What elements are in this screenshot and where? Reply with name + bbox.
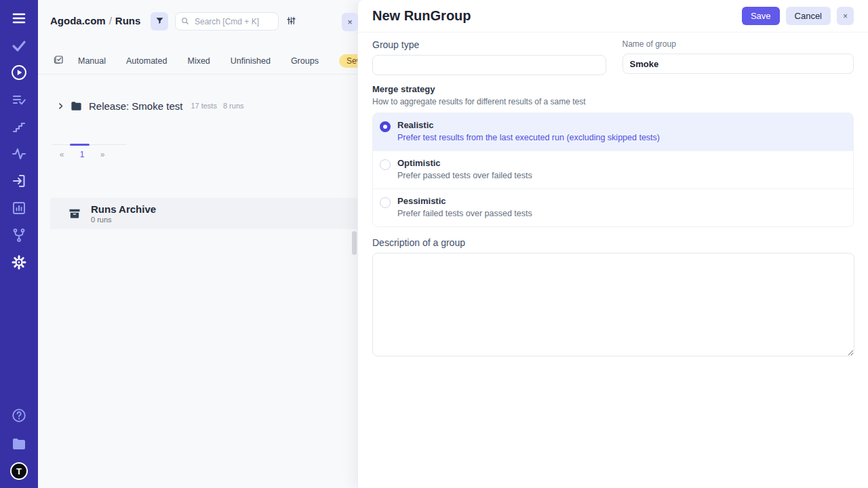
option-label: Pessimistic — [397, 196, 532, 206]
sidebar-item-test-plans[interactable] — [9, 91, 28, 108]
select-runs-button[interactable] — [53, 54, 64, 68]
option-label: Optimistic — [397, 158, 532, 168]
breadcrumb-project[interactable]: Agoda.com — [50, 15, 106, 26]
gear-icon — [11, 254, 27, 270]
pagination-prev-button[interactable]: « — [52, 150, 72, 159]
pagination-track — [52, 144, 126, 146]
sidebar-item-projects[interactable] — [9, 435, 28, 453]
option-description: Prefer passed tests over failed tests — [397, 171, 532, 180]
sidebar-item-help[interactable] — [9, 407, 28, 424]
option-description: Prefer test results from the last execut… — [397, 133, 660, 142]
group-type-input[interactable] — [372, 55, 606, 75]
filter-button[interactable] — [151, 12, 168, 30]
run-group-row[interactable]: Release: Smoke test 17 tests 8 runs — [38, 96, 357, 115]
folder-icon — [70, 100, 83, 113]
panel-close-button[interactable]: × — [342, 13, 358, 31]
search-input[interactable] — [175, 12, 279, 30]
run-group-name: Release: Smoke test — [89, 100, 182, 112]
pagination-active-indicator — [70, 144, 90, 146]
tab-manual[interactable]: Manual — [78, 56, 106, 66]
group-type-label: Group type — [372, 39, 606, 50]
radio-pessimistic[interactable] — [380, 197, 391, 208]
merge-option-pessimistic[interactable]: Pessimistic Prefer failed tests over pas… — [373, 188, 853, 226]
tab-unfinished[interactable]: Unfinished — [231, 56, 271, 66]
sidebar-item-import[interactable] — [9, 172, 28, 190]
folder-icon — [11, 436, 27, 452]
breadcrumb-separator: / — [106, 15, 115, 26]
severity-badge[interactable]: Severity — [339, 54, 357, 68]
sidebar-item-analytics[interactable] — [9, 199, 28, 217]
activity-icon — [11, 146, 27, 162]
stairs-icon — [11, 119, 27, 135]
breadcrumb-section[interactable]: Runs — [115, 15, 141, 26]
archive-count: 0 runs — [91, 216, 156, 224]
sidebar-item-runs[interactable] — [9, 64, 28, 81]
merge-strategy-label: Merge strategy — [372, 84, 854, 94]
pagination-page-1[interactable]: 1 — [72, 150, 92, 159]
sidebar-item-branches[interactable] — [9, 226, 28, 244]
tab-groups[interactable]: Groups — [291, 56, 319, 66]
new-rungroup-drawer: New RunGroup Save Cancel × Group type Na… — [357, 0, 868, 488]
import-icon — [11, 173, 27, 189]
name-of-group-label: Name of group — [623, 39, 854, 49]
cancel-button[interactable]: Cancel — [786, 7, 831, 25]
merge-option-realistic[interactable]: Realistic Prefer test results from the l… — [373, 113, 853, 150]
chevron-right-icon[interactable] — [57, 102, 64, 110]
option-description: Prefer failed tests over passed tests — [397, 209, 532, 218]
funnel-icon — [155, 16, 165, 28]
radio-optimistic[interactable] — [380, 159, 391, 170]
name-of-group-input[interactable] — [623, 54, 854, 74]
merge-strategy-hint: How to aggregate results for different r… — [372, 97, 854, 106]
drawer-body: Group type Name of group Merge strategy … — [358, 33, 868, 359]
search-box — [175, 12, 279, 30]
runs-panel-header: Agoda.com/Runs × — [38, 0, 357, 42]
breadcrumb: Agoda.com/Runs — [50, 15, 140, 26]
option-label: Realistic — [397, 120, 660, 130]
menu-icon — [11, 10, 27, 26]
tab-automated[interactable]: Automated — [126, 56, 167, 66]
tests-count: 17 tests — [191, 102, 217, 110]
archive-title: Runs Archive — [91, 203, 156, 215]
merge-option-optimistic[interactable]: Optimistic Prefer passed tests over fail… — [373, 150, 853, 188]
runs-archive-row[interactable]: Runs Archive 0 runs — [50, 198, 357, 229]
description-textarea[interactable] — [372, 253, 854, 357]
sidebar-item-menu[interactable] — [9, 9, 28, 27]
runs-panel: Agoda.com/Runs × Manual Automated Mixed … — [38, 0, 357, 488]
help-icon — [11, 407, 27, 424]
sidebar-item-settings[interactable] — [9, 253, 28, 271]
app-sidebar: T — [0, 0, 38, 488]
drawer-title: New RunGroup — [372, 8, 742, 24]
profile-avatar[interactable]: T — [10, 462, 28, 480]
adjustments-button[interactable] — [283, 14, 298, 29]
check-icon — [11, 37, 27, 54]
sidebar-item-pulse[interactable] — [9, 145, 28, 163]
checkbox-check-icon — [53, 54, 64, 68]
branch-icon — [11, 227, 27, 243]
radio-realistic[interactable] — [380, 121, 391, 132]
sidebar-item-tests[interactable] — [9, 37, 28, 54]
save-button[interactable]: Save — [742, 7, 780, 25]
scrollbar-thumb[interactable] — [352, 231, 357, 255]
drawer-header: New RunGroup Save Cancel × — [358, 0, 868, 33]
play-circle-icon — [10, 64, 28, 81]
pagination-next-button[interactable]: » — [92, 150, 113, 159]
pagination: « 1 » — [52, 144, 126, 159]
sidebar-item-milestones[interactable] — [9, 118, 28, 136]
runs-count: 8 runs — [223, 102, 244, 110]
sliders-icon — [286, 16, 296, 28]
description-label: Description of a group — [372, 237, 854, 248]
close-drawer-button[interactable]: × — [837, 7, 854, 25]
list-check-icon — [11, 92, 27, 108]
filter-tabs: Manual Automated Mixed Unfinished Groups… — [38, 47, 357, 75]
bar-chart-icon — [11, 200, 27, 216]
tab-mixed[interactable]: Mixed — [187, 56, 210, 66]
merge-strategy-options: Realistic Prefer test results from the l… — [372, 113, 854, 227]
archive-box-icon — [68, 207, 81, 220]
